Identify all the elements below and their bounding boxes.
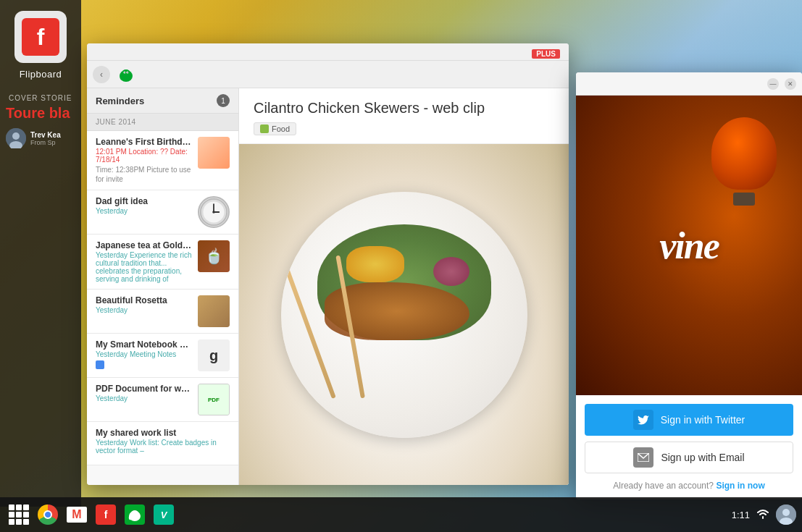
vine-signin-text: Already have an account? Sign in now: [585, 481, 793, 491]
flipboard-story-title: Toure bla: [6, 105, 75, 121]
grid-icon: [9, 504, 29, 525]
flipboard-logo[interactable]: f: [14, 11, 67, 63]
note-info: Japanese tea at Golden... Yesterday Expe…: [96, 240, 192, 283]
gmail-icon: M: [67, 507, 87, 523]
vine-background: vine: [576, 96, 802, 395]
note-thumb: 🍵: [198, 240, 230, 272]
taskbar-flipboard[interactable]: f: [93, 502, 119, 528]
evernote-plus-area: PLUS: [87, 43, 569, 61]
note-info: PDF Document for work Yesterday: [96, 384, 192, 402]
gmail-m: M: [72, 508, 81, 521]
taskbar-right: 1:11: [732, 504, 796, 525]
vine-footer: Sign in with Twitter Sign up with Email …: [576, 395, 802, 499]
taskbar-chrome[interactable]: [35, 502, 61, 528]
grid-dot: [23, 512, 29, 518]
flipboard-logo-inner: f: [22, 18, 59, 56]
reminders-badge: 1: [217, 94, 230, 107]
evernote-elephant-icon: [116, 64, 136, 85]
balloon-basket: [733, 193, 755, 206]
note-item[interactable]: Leanne's First Birthda... 12:01 PM Locat…: [87, 131, 238, 190]
taskbar-apps: M f V: [6, 502, 177, 528]
svg-point-16: [131, 510, 138, 516]
note-meta: Yesterday Meeting Notes: [96, 350, 192, 358]
email-icon: [633, 447, 653, 468]
svg-point-1: [12, 132, 20, 140]
note-thumb: g: [198, 339, 230, 371]
note-title: Dad gift idea: [96, 196, 192, 206]
note-title-main: Cilantro Chicken Skewers - web clip: [254, 100, 554, 117]
flipboard-cover-label: Cover Storie: [6, 94, 75, 102]
taskbar-user-avatar[interactable]: [776, 504, 796, 525]
note-desc: Time: 12:38PM Picture to use for invite: [96, 165, 192, 184]
note-item[interactable]: PDF Document for work Yesterday PDF: [87, 378, 238, 422]
taskbar-time: 1:11: [732, 510, 750, 520]
note-meta: Yesterday Experience the rich cultural t…: [96, 251, 192, 283]
twitter-icon: [633, 410, 653, 430]
vine-window: — ✕ vine Sign in with Twitter Si: [576, 72, 802, 499]
note-item[interactable]: Beautiful Rosetta Yesterday: [87, 290, 238, 334]
note-title: My shared work list: [96, 428, 230, 438]
taskbar-vine[interactable]: V: [151, 502, 177, 528]
evernote-taskbar-icon: [125, 504, 145, 525]
note-title: PDF Document for work: [96, 384, 192, 394]
back-button[interactable]: ‹: [93, 66, 110, 83]
taskbar-evernote[interactable]: [122, 502, 148, 528]
grid-dot: [23, 519, 29, 525]
vine-signin-link[interactable]: Sign in now: [716, 481, 764, 491]
sign-up-email-button[interactable]: Sign up with Email: [585, 442, 793, 473]
note-item[interactable]: Japanese tea at Golden... Yesterday Expe…: [87, 235, 238, 290]
note-meta: Yesterday: [96, 394, 192, 402]
note-item[interactable]: My shared work list Yesterday Work list:…: [87, 422, 238, 465]
note-meta: Yesterday Work list: Create badges in ve…: [96, 439, 230, 455]
note-info: My shared work list Yesterday Work list:…: [96, 428, 230, 455]
note-meta: Yesterday: [96, 207, 192, 215]
note-item[interactable]: My Smart Notebook n... Yesterday Meeting…: [87, 334, 238, 378]
note-item[interactable]: Dad gift idea Yesterday: [87, 190, 238, 235]
notebook-checkbox: [96, 360, 104, 369]
note-thumb: [198, 295, 230, 327]
signin-prompt: Already have an account?: [613, 481, 714, 491]
email-btn-label: Sign up with Email: [661, 452, 744, 463]
grid-dot: [16, 512, 22, 518]
note-info: Beautiful Rosetta Yesterday: [96, 295, 192, 314]
note-thumb: [198, 196, 230, 228]
flipboard-user: Trev Kea From Sp: [6, 128, 75, 148]
note-info: Leanne's First Birthda... 12:01 PM Locat…: [96, 137, 192, 184]
vine-close-button[interactable]: ✕: [785, 78, 796, 90]
onion: [433, 257, 469, 286]
note-info: My Smart Notebook n... Yesterday Meeting…: [96, 339, 192, 369]
note-tag-label: Food: [272, 124, 290, 133]
balloon-top: [711, 117, 777, 190]
note-thumb: [198, 137, 230, 169]
sign-in-twitter-button[interactable]: Sign in with Twitter: [585, 404, 793, 436]
taskbar-gmail[interactable]: M: [64, 502, 90, 528]
svg-point-18: [782, 509, 790, 516]
flipboard-sidebar: f Flipboard Cover Storie Toure bla Trev …: [0, 0, 81, 507]
svg-point-4: [122, 69, 130, 77]
note-meta: Yesterday: [96, 306, 192, 314]
mango: [346, 246, 404, 282]
flipboard-usersub: From Sp: [30, 139, 75, 146]
grid-dot: [9, 512, 14, 518]
note-thumb: PDF: [198, 384, 230, 415]
chrome-inner: [43, 510, 52, 519]
vine-logo: vine: [659, 224, 719, 267]
food-image: [239, 144, 569, 485]
svg-point-13: [212, 211, 215, 214]
flipboard-user-info: Trev Kea From Sp: [30, 131, 75, 146]
vine-minimize-button[interactable]: —: [767, 78, 779, 90]
evernote-body: Reminders 1 JUNE 2014 Leanne's First Bir…: [87, 88, 569, 485]
taskbar-app-launcher[interactable]: [6, 502, 32, 528]
note-header: Cilantro Chicken Skewers - web clip Food: [239, 88, 569, 144]
flipboard-taskbar-icon: f: [96, 504, 116, 525]
plus-badge: PLUS: [532, 49, 560, 59]
flipboard-content: Cover Storie Toure bla Trev Kea From Sp: [0, 94, 81, 148]
flipboard-avatar: [6, 128, 26, 148]
chrome-icon: [38, 504, 58, 525]
grid-dot: [16, 504, 22, 510]
twitter-btn-label: Sign in with Twitter: [661, 414, 745, 426]
note-image-area: [239, 144, 569, 485]
evernote-titlebar: ‹: [87, 61, 569, 88]
food-pile: [303, 224, 506, 405]
grid-dot: [9, 519, 14, 525]
